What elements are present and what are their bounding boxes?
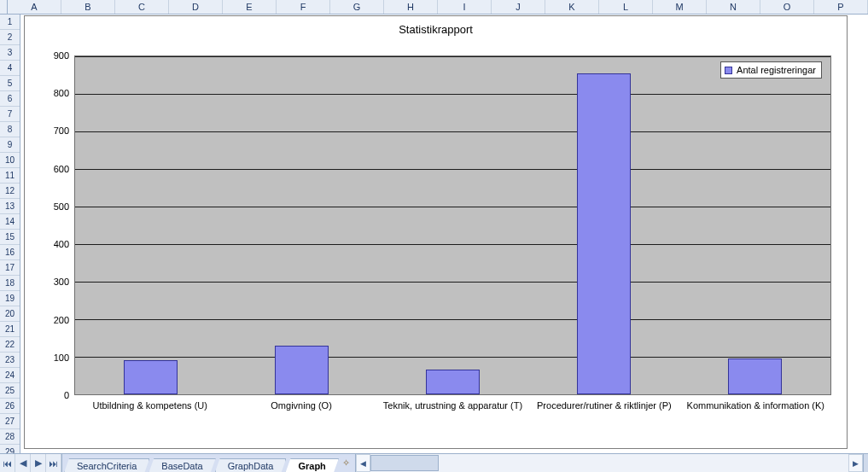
sheet-tab-basedata[interactable]: BaseData: [149, 458, 215, 472]
plot-area: Antal registreringar: [74, 55, 831, 395]
legend: Antal registreringar: [720, 61, 822, 79]
row-header[interactable]: 14: [0, 214, 20, 230]
y-axis: 0100200300400500600700800900: [40, 55, 71, 395]
row-header[interactable]: 26: [0, 399, 20, 414]
tab-next-button[interactable]: ▶: [31, 454, 46, 472]
row-header[interactable]: 5: [0, 76, 20, 91]
column-header[interactable]: I: [438, 0, 492, 14]
chart-object[interactable]: Statistikrapport 01002003004005006007008…: [24, 15, 848, 449]
bar: [728, 358, 783, 394]
row-header[interactable]: 25: [0, 383, 20, 399]
row-header[interactable]: 22: [0, 337, 20, 353]
row-header[interactable]: 17: [0, 260, 20, 276]
bar: [577, 73, 632, 394]
tab-first-button[interactable]: ⏮: [0, 454, 15, 472]
hscroll-thumb[interactable]: [370, 455, 439, 471]
tab-prev-button[interactable]: ◀: [15, 454, 31, 472]
chart-title: Statistikrapport: [25, 16, 847, 40]
column-header[interactable]: O: [760, 0, 814, 14]
row-header[interactable]: 15: [0, 230, 20, 245]
column-header[interactable]: B: [61, 0, 115, 14]
column-header[interactable]: A: [8, 0, 61, 14]
sheet-tab-label: BaseData: [161, 461, 202, 471]
tab-last-button[interactable]: ⏭: [46, 454, 61, 472]
gridline: [75, 244, 830, 245]
tab-last-icon: ⏭: [49, 458, 58, 469]
row-header[interactable]: 13: [0, 199, 20, 214]
column-header[interactable]: D: [169, 0, 223, 14]
hscroll-split-handle[interactable]: [863, 454, 868, 472]
select-all-corner[interactable]: [0, 0, 8, 14]
chevron-right-icon: ▶: [853, 459, 859, 468]
column-header[interactable]: C: [115, 0, 169, 14]
x-axis-labels: Utbildning & kompetens (U)Omgivning (O)T…: [74, 399, 831, 428]
column-header-row: ABCDEFGHIJKLMNOP: [0, 0, 868, 15]
y-tick-label: 500: [54, 201, 69, 212]
y-tick-label: 800: [54, 88, 69, 98]
y-tick-label: 0: [64, 390, 69, 400]
column-header[interactable]: P: [814, 0, 868, 14]
tab-prev-icon: ◀: [20, 457, 26, 469]
column-header[interactable]: E: [223, 0, 277, 14]
row-header[interactable]: 18: [0, 276, 20, 291]
y-tick-label: 400: [54, 239, 69, 249]
x-tick-label: Procedurer/rutiner & riktlinjer (P): [528, 400, 679, 411]
row-header[interactable]: 10: [0, 153, 20, 168]
column-header[interactable]: M: [653, 0, 707, 14]
sheet-tab-graphdata[interactable]: GraphData: [215, 458, 287, 472]
tab-first-icon: ⏮: [3, 458, 12, 469]
y-tick-label: 100: [54, 353, 69, 363]
sheet-tab-label: Graph: [298, 461, 325, 471]
gridline: [75, 94, 830, 95]
row-header[interactable]: 8: [0, 122, 20, 137]
x-tick-label: Teknik, utrustning & apparatur (T): [377, 400, 528, 411]
column-header[interactable]: L: [599, 0, 653, 14]
row-header[interactable]: 27: [0, 414, 20, 429]
gridline: [75, 357, 830, 358]
column-header[interactable]: K: [545, 0, 599, 14]
gridline: [75, 207, 830, 207]
row-header[interactable]: 1: [0, 15, 20, 30]
row-header[interactable]: 20: [0, 306, 20, 322]
y-tick-label: 700: [54, 125, 69, 136]
hscroll-track[interactable]: [370, 454, 848, 472]
row-header[interactable]: 11: [0, 168, 20, 184]
chevron-left-icon: ◀: [360, 459, 366, 468]
row-header[interactable]: 9: [0, 137, 20, 153]
gridline: [75, 131, 830, 132]
row-header-column: 1234567891011121314151617181920212223242…: [0, 15, 20, 453]
row-header[interactable]: 23: [0, 353, 20, 368]
row-header[interactable]: 2: [0, 30, 20, 45]
row-header[interactable]: 4: [0, 61, 20, 76]
gridline: [75, 56, 830, 57]
y-tick-label: 200: [54, 315, 69, 325]
y-tick-label: 600: [54, 164, 69, 174]
sheet-tab-bar: ⏮ ◀ ▶ ⏭ SearchCriteriaBaseDataGraphDataG…: [0, 453, 868, 472]
hscroll-right-button[interactable]: ▶: [848, 454, 863, 472]
row-header[interactable]: 6: [0, 91, 20, 107]
row-header[interactable]: 24: [0, 368, 20, 383]
plot-area-wrap: 0100200300400500600700800900 Antal regis…: [40, 55, 831, 428]
gridline: [75, 169, 830, 170]
column-header[interactable]: N: [707, 0, 760, 14]
horizontal-scrollbar[interactable]: ◀ ▶: [355, 454, 868, 472]
row-header[interactable]: 12: [0, 184, 20, 199]
column-header[interactable]: J: [492, 0, 545, 14]
new-sheet-button[interactable]: ✧: [338, 454, 355, 472]
legend-series-label: Antal registreringar: [737, 65, 816, 75]
tab-next-icon: ▶: [35, 457, 42, 469]
sheet-tab-graph[interactable]: Graph: [285, 458, 338, 472]
row-header[interactable]: 7: [0, 107, 20, 122]
legend-swatch-icon: [725, 67, 732, 74]
row-header[interactable]: 3: [0, 45, 20, 61]
row-header[interactable]: 16: [0, 245, 20, 260]
row-header[interactable]: 21: [0, 322, 20, 337]
column-header[interactable]: H: [384, 0, 438, 14]
row-header[interactable]: 28: [0, 429, 20, 445]
x-tick-label: Kommunikation & information (K): [680, 400, 831, 411]
column-header[interactable]: F: [277, 0, 330, 14]
column-header[interactable]: G: [330, 0, 384, 14]
row-header[interactable]: 19: [0, 291, 20, 306]
hscroll-left-button[interactable]: ◀: [356, 454, 370, 472]
sheet-tab-searchcriteria[interactable]: SearchCriteria: [64, 458, 149, 472]
